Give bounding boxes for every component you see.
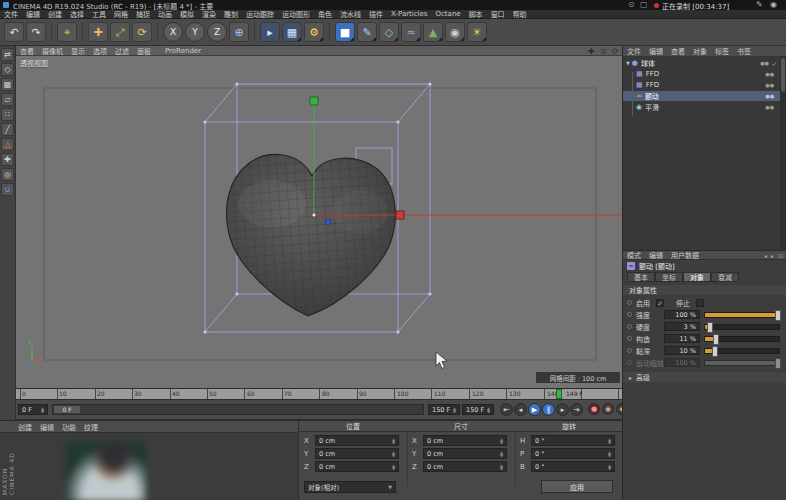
environment-button[interactable]: ▲ [423, 22, 443, 42]
tree-scrollbar-thumb[interactable] [781, 58, 785, 92]
visibility-dot-icon[interactable]: ●● [760, 60, 769, 66]
texture-mode-button[interactable]: ▦ [1, 78, 14, 91]
play-button[interactable]: ▶ [528, 403, 541, 416]
am-menu-item[interactable]: 编辑 [645, 250, 667, 260]
value-stepper[interactable]: ▲▼ [500, 438, 503, 444]
rotation-b-field[interactable]: 0 °▲▼ [531, 461, 615, 472]
convert-object-button[interactable]: ⇄ [1, 48, 14, 61]
menubar-item[interactable]: 动画 [154, 9, 176, 19]
zoom-view-icon[interactable]: ⊙ [600, 47, 607, 56]
keyframe-dot-icon[interactable] [627, 348, 632, 353]
material-menu-item[interactable]: 编辑 [36, 422, 58, 432]
previous-frame-button[interactable]: ◂ [514, 403, 527, 416]
go-to-end-button[interactable]: ⇥ [570, 403, 583, 416]
strength-slider[interactable] [704, 312, 780, 318]
object-row[interactable]: ▼ ● 球体 ●● ✓ [623, 58, 780, 68]
visibility-dot-icon[interactable]: ●● [765, 82, 774, 88]
history-back-icon[interactable]: ◂ [762, 252, 769, 259]
deformer-button[interactable]: ≈ [401, 22, 421, 42]
viewport-menu-item[interactable]: 选项 [89, 46, 111, 56]
frame-stepper[interactable]: ▲▼ [453, 407, 456, 413]
polygons-mode-button[interactable]: △ [1, 138, 14, 151]
object-row[interactable]: ▦ FFD ●● [623, 80, 780, 90]
menubar-item[interactable]: Octane [431, 10, 464, 18]
autokey-button[interactable]: ◉ [602, 403, 614, 415]
viewport-canvas[interactable]: Y 透视视图 网格间距 : 100 cm [16, 56, 622, 388]
drag-value-field[interactable]: 10 % [664, 346, 700, 355]
menubar-item[interactable]: 雕刻 [220, 9, 242, 19]
rotate-tool-button[interactable]: ⟳ [132, 22, 152, 42]
enable-checkbox[interactable]: ✓ [656, 299, 664, 307]
keyframe-dot-icon[interactable] [627, 312, 632, 317]
camera-button[interactable]: ◉ [445, 22, 465, 42]
position-x-field[interactable]: 0 cm▲▼ [315, 435, 399, 446]
viewport-menu-prorender[interactable]: ProRender [161, 47, 205, 55]
solo-mode-button[interactable]: ◎ [1, 168, 14, 181]
frame-stepper[interactable]: ▲▼ [41, 407, 44, 413]
object-row-selected[interactable]: ≈ 颤动 ●● [623, 91, 780, 101]
tab-coordinates[interactable]: 坐标 [655, 272, 683, 282]
value-stepper[interactable]: ▲▼ [500, 451, 503, 457]
cube-primitive-button[interactable]: ■ [335, 22, 355, 42]
menubar-item[interactable]: 编辑 [22, 9, 44, 19]
object-row[interactable]: ▦ FFD ●● [623, 69, 780, 79]
move-tool-button[interactable]: ✚ [88, 22, 108, 42]
render-view-button[interactable]: ▸ [260, 22, 280, 42]
range-start-handle[interactable]: 0 F [54, 406, 80, 413]
material-menu-item[interactable]: 创建 [14, 422, 36, 432]
menubar-item[interactable]: 运动跟踪 [242, 9, 278, 19]
menubar-item[interactable]: 捕捉 [132, 9, 154, 19]
go-to-start-button[interactable]: ⇤ [500, 403, 513, 416]
size-x-field[interactable]: 0 cm▲▼ [423, 435, 507, 446]
axis-y-handle[interactable] [310, 97, 318, 105]
keyframe-dot-icon[interactable] [627, 324, 632, 329]
redo-button[interactable]: ↷ [26, 22, 46, 42]
rotation-p-field[interactable]: 0 °▲▼ [531, 448, 615, 459]
size-y-field[interactable]: 0 cm▲▼ [423, 448, 507, 459]
check-tag-icon[interactable]: ✓ [772, 60, 777, 67]
menubar-item[interactable]: 脚本 [465, 9, 487, 19]
menubar-item[interactable]: 流水线 [336, 9, 365, 19]
axis-lock-y-button[interactable]: Y [185, 22, 205, 42]
menubar-item[interactable]: 渲染 [198, 9, 220, 19]
coordinate-mode-dropdown[interactable]: 对象(相对) ▼ [304, 481, 396, 493]
viewport-menu-item[interactable]: 显示 [67, 46, 89, 56]
viewport-menu-item[interactable]: 过滤 [111, 46, 133, 56]
am-menu-item[interactable]: 用户数据 [667, 250, 703, 260]
value-stepper[interactable]: ▲▼ [392, 438, 395, 444]
advanced-group-header[interactable]: ▸ 高级 [623, 372, 786, 382]
menubar-item[interactable]: 插件 [365, 9, 387, 19]
edges-mode-button[interactable]: ╱ [1, 123, 14, 136]
rotation-h-field[interactable]: 0 °▲▼ [531, 435, 615, 446]
render-picture-viewer-button[interactable]: ▦ [282, 22, 302, 42]
value-stepper[interactable]: ▲▼ [392, 451, 395, 457]
scale-tool-button[interactable]: ⤢ [110, 22, 130, 42]
am-menu-item[interactable]: 模式 [623, 250, 645, 260]
undo-button[interactable]: ↶ [4, 22, 24, 42]
keyframe-dot-icon[interactable] [627, 336, 632, 341]
live-selection-button[interactable]: ⌖ [57, 22, 77, 42]
spline-pen-button[interactable]: ✎ [357, 22, 377, 42]
menubar-item[interactable]: 运动图形 [278, 9, 314, 19]
menubar-item[interactable]: 工具 [88, 9, 110, 19]
range-end-field[interactable]: 150 F ▲▼ [428, 404, 460, 415]
menubar-item[interactable]: X-Particles [387, 10, 431, 18]
viewport-menu-item[interactable]: 摄像机 [38, 46, 67, 56]
subdivision-surface-button[interactable]: ◇ [379, 22, 399, 42]
om-menu-item[interactable]: 查看 [667, 46, 689, 56]
render-settings-button[interactable]: ⚙ [304, 22, 324, 42]
om-menu-item[interactable]: 编辑 [645, 46, 667, 56]
keyframe-dot-icon[interactable] [627, 300, 632, 305]
timeline-range-slider[interactable]: 0 F [52, 404, 424, 415]
light-button[interactable]: ☀ [467, 22, 487, 42]
menubar-item[interactable]: 创建 [44, 9, 66, 19]
axis-z-handle[interactable] [326, 220, 331, 225]
timeline-ruler[interactable] [16, 388, 622, 400]
material-menu-item[interactable]: 纹理 [80, 422, 102, 432]
workplane-mode-button[interactable]: ▱ [1, 93, 14, 106]
tab-falloff[interactable]: 衰减 [711, 272, 739, 282]
stop-checkbox[interactable] [696, 299, 704, 307]
value-stepper[interactable]: ▲▼ [500, 464, 503, 470]
visibility-dot-icon[interactable]: ●● [765, 71, 774, 77]
viewport-scene[interactable]: Y [16, 56, 622, 388]
